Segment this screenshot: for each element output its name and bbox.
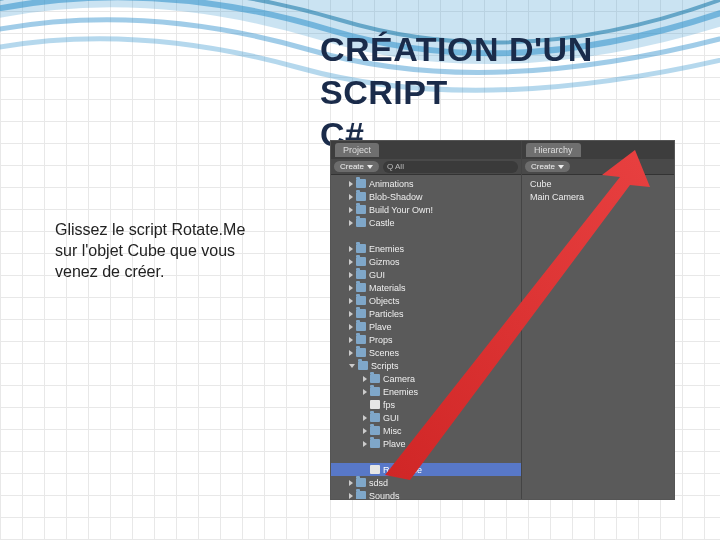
item-label: GUI [369, 270, 385, 280]
project-item[interactable]: Particles [331, 307, 521, 320]
folder-icon [370, 374, 380, 383]
folder-icon [370, 387, 380, 396]
project-item[interactable]: Sounds [331, 489, 521, 499]
project-item[interactable]: Enemies [331, 242, 521, 255]
project-toolbar: Create Q All [331, 159, 521, 175]
folder-icon [356, 335, 366, 344]
project-item[interactable]: Plave [331, 320, 521, 333]
project-tree[interactable]: AnimationsBlob-ShadowBuild Your Own!Cast… [331, 175, 521, 499]
expand-icon [363, 441, 367, 447]
hierarchy-item[interactable]: Cube [522, 177, 674, 190]
project-item[interactable]: Plave [331, 437, 521, 450]
hierarchy-tabbar: Hierarchy [522, 141, 674, 159]
item-label: Props [369, 335, 393, 345]
expand-icon [349, 493, 353, 499]
folder-icon [356, 491, 366, 499]
item-label: Blob-Shadow [369, 192, 423, 202]
project-item[interactable]: GUI [331, 411, 521, 424]
folder-icon [358, 361, 368, 370]
hierarchy-toolbar: Create [522, 159, 674, 175]
expand-icon [349, 337, 353, 343]
expand-icon [363, 428, 367, 434]
item-label: Scripts [371, 361, 399, 371]
item-label: Castle [369, 218, 395, 228]
expand-icon [363, 389, 367, 395]
folder-icon [356, 192, 366, 201]
project-item[interactable]: fps [331, 398, 521, 411]
create-button-hierarchy[interactable]: Create [525, 161, 570, 172]
project-search-input[interactable]: Q All [383, 161, 518, 173]
folder-icon [356, 478, 366, 487]
item-label: RotateMe [383, 465, 422, 475]
project-item[interactable]: Build Your Own! [331, 203, 521, 216]
hierarchy-tab[interactable]: Hierarchy [526, 143, 581, 157]
project-item[interactable]: Scripts [331, 359, 521, 372]
project-item[interactable]: Objects [331, 294, 521, 307]
item-label: Cube [530, 179, 552, 189]
folder-icon [356, 218, 366, 227]
project-item[interactable]: Materials [331, 281, 521, 294]
project-item[interactable] [331, 229, 521, 242]
dropdown-arrow-icon [558, 165, 564, 169]
project-panel: Project Create Q All AnimationsBlob-Shad… [331, 141, 521, 499]
folder-icon [356, 257, 366, 266]
script-icon [370, 465, 380, 474]
create-button-project[interactable]: Create [334, 161, 379, 172]
project-item[interactable]: Blob-Shadow [331, 190, 521, 203]
title-line-1: CRÉATION D'UN SCRIPT [320, 30, 593, 111]
project-tabbar: Project [331, 141, 521, 159]
project-item[interactable]: Animations [331, 177, 521, 190]
item-label: Enemies [369, 244, 404, 254]
folder-icon [356, 244, 366, 253]
script-icon [370, 400, 380, 409]
folder-icon [356, 296, 366, 305]
project-item[interactable]: Gizmos [331, 255, 521, 268]
expand-icon [349, 259, 353, 265]
folder-icon [356, 322, 366, 331]
item-label: Scenes [369, 348, 399, 358]
project-item[interactable]: Misc [331, 424, 521, 437]
hierarchy-panel: Hierarchy Create CubeMain Camera [521, 141, 674, 499]
slide-title: CRÉATION D'UN SCRIPT C# [320, 28, 700, 156]
item-label: Objects [369, 296, 400, 306]
expand-icon [349, 194, 353, 200]
project-item[interactable]: Enemies [331, 385, 521, 398]
project-item[interactable]: GUI [331, 268, 521, 281]
item-label: Enemies [383, 387, 418, 397]
item-label: Build Your Own! [369, 205, 433, 215]
dropdown-arrow-icon [367, 165, 373, 169]
folder-icon [356, 270, 366, 279]
expand-icon [349, 207, 353, 213]
project-item[interactable]: sdsd [331, 476, 521, 489]
item-label: Misc [383, 426, 402, 436]
item-label: Gizmos [369, 257, 400, 267]
item-label: Animations [369, 179, 414, 189]
collapse-icon [349, 364, 355, 368]
expand-icon [349, 350, 353, 356]
expand-icon [349, 298, 353, 304]
item-label: fps [383, 400, 395, 410]
hierarchy-tree[interactable]: CubeMain Camera [522, 175, 674, 499]
project-item[interactable]: Props [331, 333, 521, 346]
expand-icon [349, 285, 353, 291]
item-label: Sounds [369, 491, 400, 500]
expand-icon [349, 324, 353, 330]
item-label: Main Camera [530, 192, 584, 202]
folder-icon [370, 439, 380, 448]
item-label: Camera [383, 374, 415, 384]
project-item[interactable] [331, 450, 521, 463]
expand-icon [349, 480, 353, 486]
project-item[interactable]: Castle [331, 216, 521, 229]
folder-icon [356, 179, 366, 188]
project-item[interactable]: RotateMe [331, 463, 521, 476]
item-label: Materials [369, 283, 406, 293]
expand-icon [363, 415, 367, 421]
hierarchy-item[interactable]: Main Camera [522, 190, 674, 203]
expand-icon [349, 272, 353, 278]
expand-icon [349, 311, 353, 317]
project-tab[interactable]: Project [335, 143, 379, 157]
folder-icon [356, 283, 366, 292]
project-item[interactable]: Camera [331, 372, 521, 385]
expand-icon [349, 181, 353, 187]
project-item[interactable]: Scenes [331, 346, 521, 359]
